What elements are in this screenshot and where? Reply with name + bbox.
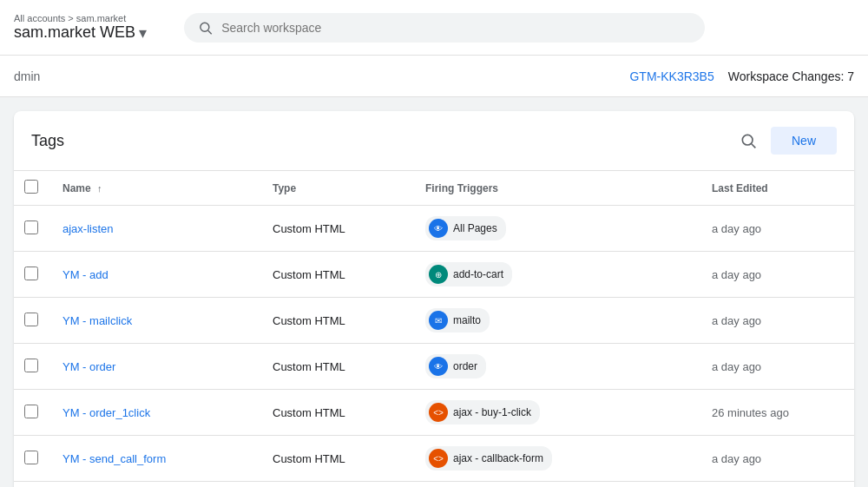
col-header-name[interactable]: Name ↑ (52, 171, 262, 206)
sub-header-right: GTM-KK3R3B5 Workspace Changes: 7 (629, 69, 854, 83)
sort-arrow-icon: ↑ (97, 183, 102, 194)
tags-title: Tags (31, 132, 64, 150)
table-row: YM - order_1click Custom HTML <> ajax - … (14, 390, 854, 436)
search-bar[interactable] (184, 13, 705, 43)
account-title-container[interactable]: sam.market WEB ▾ (14, 23, 170, 43)
tag-trigger-cell: ⊕ add-to-cart (415, 252, 701, 298)
table-row: ajax-listen Custom HTML 👁 All Pages a da… (14, 206, 854, 252)
tag-type-cell: Custom HTML (262, 206, 415, 252)
trigger-icon: 👁 (429, 219, 448, 238)
trigger-name: ajax - callback-form (453, 452, 543, 464)
trigger-name: order (453, 360, 477, 372)
col-header-checkbox (14, 171, 52, 206)
tags-search-button[interactable] (733, 125, 764, 156)
trigger-name: All Pages (453, 222, 497, 234)
svg-point-0 (201, 23, 209, 31)
trigger-badge[interactable]: ⊕ add-to-cart (425, 262, 512, 286)
row-checkbox-cell (14, 298, 52, 344)
row-checkbox[interactable] (24, 313, 38, 326)
tag-trigger-cell: ✉ mailto (415, 298, 701, 344)
tag-edited-cell: a day ago (701, 206, 854, 252)
tag-name-cell: YM - order_1click (52, 390, 262, 436)
trigger-badge[interactable]: ✉ mailto (425, 308, 490, 332)
tag-name-cell: YM - send_call_form (52, 436, 262, 482)
row-checkbox-cell (14, 206, 52, 252)
tags-actions: New (733, 125, 837, 156)
select-all-checkbox[interactable] (24, 180, 38, 194)
tag-name-link[interactable]: YM - mailclick (62, 314, 132, 327)
tag-edited-cell: a day ago (701, 344, 854, 390)
trigger-icon: ⊕ (429, 265, 448, 284)
last-edited-text: a day ago (712, 222, 761, 235)
svg-point-2 (742, 135, 753, 145)
trigger-icon: <> (429, 449, 448, 468)
row-checkbox-cell (14, 482, 52, 488)
tag-trigger-cell: ≡ cart (415, 482, 701, 488)
row-checkbox-cell (14, 390, 52, 436)
trigger-name: add-to-cart (453, 268, 503, 280)
tag-edited-cell: a day ago (701, 298, 854, 344)
tag-type-cell: Custom HTML (262, 298, 415, 344)
tag-name-link[interactable]: YM - add (62, 268, 108, 281)
tag-name-link[interactable]: ajax-listen (62, 222, 114, 235)
new-tag-button[interactable]: New (771, 127, 837, 155)
trigger-name: mailto (453, 314, 481, 326)
main-content: Tags New Name ↑ (0, 97, 868, 487)
tag-trigger-cell: 👁 order (415, 344, 701, 390)
tag-type-cell: Custom HTML (262, 344, 415, 390)
tag-edited-cell: a day ago (701, 436, 854, 482)
svg-line-1 (208, 30, 212, 34)
tag-name-link[interactable]: YM - order (62, 360, 115, 373)
tag-trigger-cell: <> ajax - buy-1-click (415, 390, 701, 436)
row-checkbox-cell (14, 252, 52, 298)
tag-type-cell: Custom HTML (262, 482, 415, 488)
tag-name-cell: YM - order (52, 344, 262, 390)
trigger-name: ajax - buy-1-click (453, 406, 531, 418)
dropdown-arrow-icon[interactable]: ▾ (139, 23, 147, 43)
workspace-changes: Workspace Changes: 7 (728, 69, 854, 83)
tag-edited-cell: a day ago (701, 252, 854, 298)
table-row: YM - show Custom HTML ≡ cart a day ago (14, 482, 854, 488)
breadcrumb: All accounts > sam.market (14, 13, 170, 23)
row-checkbox-cell (14, 344, 52, 390)
tag-type-cell: Custom HTML (262, 252, 415, 298)
svg-line-3 (752, 144, 756, 148)
search-input[interactable] (221, 21, 691, 35)
tags-table: Name ↑ Type Firing Triggers Last Edited … (14, 170, 854, 487)
top-header: All accounts > sam.market sam.market WEB… (0, 0, 868, 56)
trigger-badge[interactable]: <> ajax - callback-form (425, 446, 552, 471)
col-header-triggers: Firing Triggers (415, 171, 701, 206)
tag-edited-cell: a day ago (701, 482, 854, 488)
trigger-badge[interactable]: <> ajax - buy-1-click (425, 400, 540, 424)
trigger-icon: ✉ (429, 311, 448, 330)
breadcrumb-area: All accounts > sam.market sam.market WEB… (14, 13, 170, 43)
tag-name-cell: ajax-listen (52, 206, 262, 252)
tag-name-link[interactable]: YM - send_call_form (62, 452, 166, 465)
last-edited-text: 26 minutes ago (712, 406, 789, 419)
tag-name-cell: YM - add (52, 252, 262, 298)
tags-panel-header: Tags New (14, 111, 854, 170)
table-row: YM - order Custom HTML 👁 order a day ago (14, 344, 854, 390)
gtm-id[interactable]: GTM-KK3R3B5 (629, 69, 713, 83)
row-checkbox[interactable] (24, 359, 38, 372)
tag-type-cell: Custom HTML (262, 436, 415, 482)
trigger-badge[interactable]: 👁 order (425, 354, 486, 378)
search-icon (198, 20, 213, 36)
table-row: YM - add Custom HTML ⊕ add-to-cart a day… (14, 252, 854, 298)
row-checkbox[interactable] (24, 220, 38, 234)
last-edited-text: a day ago (712, 452, 761, 465)
trigger-icon: <> (429, 403, 448, 422)
row-checkbox-cell (14, 436, 52, 482)
last-edited-text: a day ago (712, 268, 761, 281)
row-checkbox[interactable] (24, 405, 38, 418)
tag-trigger-cell: 👁 All Pages (415, 206, 701, 252)
row-checkbox[interactable] (24, 451, 38, 464)
table-row: YM - send_call_form Custom HTML <> ajax … (14, 436, 854, 482)
trigger-icon: 👁 (429, 357, 448, 376)
tag-edited-cell: 26 minutes ago (701, 390, 854, 436)
nav-section-label: dmin (14, 69, 40, 83)
tag-name-link[interactable]: YM - order_1click (62, 406, 150, 419)
row-checkbox[interactable] (24, 267, 38, 280)
trigger-badge[interactable]: 👁 All Pages (425, 216, 506, 240)
tag-type-cell: Custom HTML (262, 390, 415, 436)
